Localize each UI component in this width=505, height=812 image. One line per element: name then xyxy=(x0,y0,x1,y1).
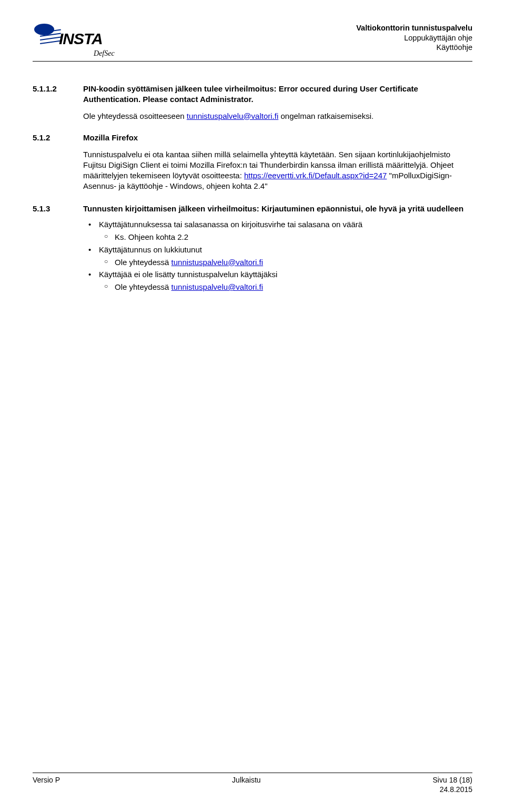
header-right: Valtiokonttorin tunnistuspalvelu Loppukä… xyxy=(356,22,472,53)
logo: INSTA DefSec xyxy=(33,22,123,58)
email-link[interactable]: tunnistuspalvelu@valtori.fi xyxy=(171,258,263,267)
sub-list-item: Ole yhteydessä tunnistuspalvelu@valtori.… xyxy=(99,282,472,292)
section-title: Tunnusten kirjoittamisen jälkeen virheil… xyxy=(83,204,472,214)
svg-rect-3 xyxy=(40,36,61,40)
footer-date: 24.8.2015 xyxy=(433,785,472,794)
header-title-line2: Loppukäyttäjän ohje xyxy=(356,33,472,43)
section-number: 5.1.1.2 xyxy=(33,84,83,121)
section-paragraph: Ole yhteydessä osoitteeseen tunnistuspal… xyxy=(83,111,472,121)
content: 5.1.1.2 PIN-koodin syöttämisen jälkeen t… xyxy=(33,84,472,295)
section-number: 5.1.3 xyxy=(33,204,83,295)
bullet-list: Käyttäjätunnuksessa tai salasanassa on k… xyxy=(83,219,472,292)
section-title: Mozilla Firefox xyxy=(83,133,472,143)
email-link[interactable]: tunnistuspalvelu@valtori.fi xyxy=(171,282,263,291)
footer-center: Julkaistu xyxy=(232,775,260,794)
list-item: Käyttäjätunnuksessa tai salasanassa on k… xyxy=(83,219,472,242)
header-title-line1: Valtiokonttorin tunnistuspalvelu xyxy=(356,23,472,33)
section-5-1-3: 5.1.3 Tunnusten kirjoittamisen jälkeen v… xyxy=(33,204,472,295)
svg-text:INSTA: INSTA xyxy=(59,30,103,47)
svg-point-0 xyxy=(34,24,54,35)
page-footer: Versio P Julkaistu Sivu 18 (18) 24.8.201… xyxy=(33,773,472,794)
section-title: PIN-koodin syöttämisen jälkeen tulee vir… xyxy=(83,84,472,105)
footer-page-number: Sivu 18 (18) xyxy=(433,775,472,785)
footer-left: Versio P xyxy=(33,775,60,794)
section-5-1-1-2: 5.1.1.2 PIN-koodin syöttämisen jälkeen t… xyxy=(33,84,472,121)
section-number: 5.1.2 xyxy=(33,133,83,191)
logo-subtitle: DefSec xyxy=(94,49,123,58)
insta-logo-icon: INSTA xyxy=(33,22,123,52)
footer-right: Sivu 18 (18) 24.8.2015 xyxy=(433,775,472,794)
section-5-1-2: 5.1.2 Mozilla Firefox Tunnistuspalvelu e… xyxy=(33,133,472,191)
email-link[interactable]: tunnistuspalvelu@valtori.fi xyxy=(187,111,278,120)
sub-list-item: Ks. Ohjeen kohta 2.2 xyxy=(99,232,472,242)
url-link[interactable]: https://eevertti.vrk.fi/Default.aspx?id=… xyxy=(244,171,387,180)
header-title-line3: Käyttöohje xyxy=(356,43,472,53)
list-item: Käyttäjää ei ole lisätty tunnistuspalvel… xyxy=(83,269,472,292)
sub-list-item: Ole yhteydessä tunnistuspalvelu@valtori.… xyxy=(99,257,472,268)
list-item: Käyttäjätunnus on lukkiutunut Ole yhteyd… xyxy=(83,245,472,268)
svg-rect-4 xyxy=(40,40,61,44)
section-paragraph: Tunnistuspalvelu ei ota kantaa siihen mi… xyxy=(83,149,472,191)
page-header: INSTA DefSec Valtiokonttorin tunnistuspa… xyxy=(33,22,472,62)
